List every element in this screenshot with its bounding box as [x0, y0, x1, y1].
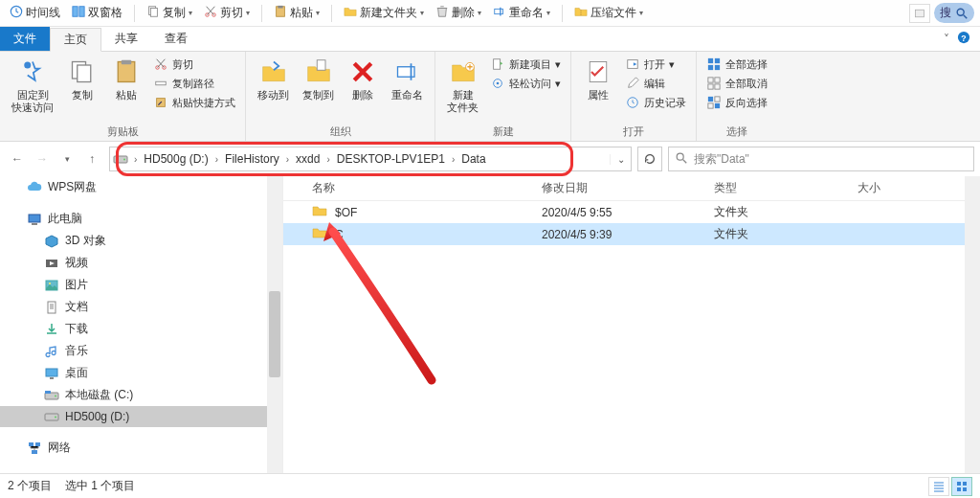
- view-details-button[interactable]: [928, 477, 949, 496]
- new-folder-button[interactable]: 新建 文件夹: [441, 54, 484, 114]
- chevron-right-icon[interactable]: ›: [131, 154, 140, 165]
- drive-icon: [44, 388, 59, 403]
- column-headers: 名称 修改日期 类型 大小: [283, 176, 980, 201]
- select-none-button[interactable]: 全部取消: [702, 75, 771, 92]
- select-all-button[interactable]: 全部选择: [702, 56, 771, 73]
- qat-dual-pane[interactable]: 双窗格: [68, 3, 126, 23]
- sidebar-3d-objects[interactable]: 3D 对象: [0, 230, 282, 252]
- up-button[interactable]: ↑: [80, 147, 103, 170]
- qat-cut[interactable]: 剪切▾: [200, 3, 254, 23]
- sidebar-local-c[interactable]: 本地磁盘 (C:): [0, 384, 282, 406]
- edit-button[interactable]: 编辑: [621, 75, 690, 92]
- history-button[interactable]: 历史记录: [621, 94, 690, 111]
- scissors-icon: [204, 5, 217, 21]
- col-type[interactable]: 类型: [714, 180, 858, 196]
- sidebar-downloads[interactable]: 下载: [0, 318, 282, 340]
- chevron-right-icon[interactable]: ›: [212, 154, 221, 165]
- col-date[interactable]: 修改日期: [542, 180, 714, 196]
- sidebar-this-pc[interactable]: 此电脑: [0, 208, 282, 230]
- sidebar-network[interactable]: 网络: [0, 437, 282, 459]
- sidebar-label: 下载: [65, 321, 88, 337]
- move-to-button[interactable]: 移动到: [252, 54, 295, 102]
- qat-new-folder[interactable]: 新建文件夹▾: [340, 3, 428, 23]
- file-row[interactable]: $OF 2020/4/5 9:55 文件夹: [283, 201, 980, 223]
- paste-icon: [111, 57, 142, 87]
- edit-icon: [625, 76, 640, 91]
- address-dropdown[interactable]: ⌄: [610, 154, 631, 165]
- refresh-button[interactable]: [637, 147, 662, 171]
- pin-quickaccess-button[interactable]: 固定到 快速访问: [6, 54, 59, 114]
- qat-timeline[interactable]: 时间线: [6, 3, 64, 23]
- qat-copy[interactable]: 复制▾: [143, 3, 196, 23]
- delete-label: 删除: [352, 89, 373, 102]
- tab-view-label: 查看: [165, 31, 188, 47]
- separator: [261, 5, 262, 22]
- sidebar-scrollbar[interactable]: [267, 176, 282, 492]
- sidebar-hd500g[interactable]: HD500g (D:): [0, 406, 282, 427]
- sidebar-music[interactable]: 音乐: [0, 340, 282, 362]
- document-icon: [44, 300, 59, 315]
- sidebar-videos[interactable]: 视频: [0, 252, 282, 274]
- sidebar-pictures[interactable]: 图片: [0, 274, 282, 296]
- svg-rect-36: [708, 78, 713, 82]
- delete-button[interactable]: 删除: [342, 54, 384, 102]
- search-box[interactable]: 搜索"Data": [668, 147, 974, 171]
- tab-view[interactable]: 查看: [151, 27, 201, 51]
- cut-button[interactable]: 剪切: [149, 56, 239, 73]
- tab-file[interactable]: 文件: [0, 27, 50, 51]
- tab-home[interactable]: 主页: [50, 28, 101, 52]
- crumb-1[interactable]: FileHistory: [221, 152, 283, 166]
- copy-button[interactable]: 复制: [61, 54, 103, 102]
- qat-delete[interactable]: 删除▾: [432, 3, 485, 23]
- clock-icon: [10, 5, 23, 21]
- qat-rename[interactable]: 重命名▾: [489, 3, 554, 23]
- chevron-right-icon[interactable]: ›: [323, 154, 332, 165]
- rename-button[interactable]: 重命名: [386, 54, 429, 102]
- qat-new-folder-label: 新建文件夹: [360, 5, 417, 21]
- qat-compress[interactable]: 压缩文件▾: [570, 3, 647, 23]
- file-row[interactable]: C 2020/4/5 9:39 文件夹: [283, 223, 980, 245]
- pc-icon: [27, 212, 42, 227]
- sidebar-wps[interactable]: WPS网盘: [0, 176, 282, 198]
- address-bar[interactable]: › HD500g (D:) › FileHistory › xxdd › DES…: [109, 147, 632, 171]
- sidebar-desktop[interactable]: 桌面: [0, 362, 282, 384]
- copy-path-button[interactable]: 复制路径: [149, 75, 239, 92]
- help-icon[interactable]: ?: [957, 31, 970, 47]
- recent-button[interactable]: ▾: [56, 147, 78, 170]
- search-icon: [675, 151, 688, 168]
- crumb-0[interactable]: HD500g (D:): [140, 152, 212, 166]
- paste-button[interactable]: 粘贴: [105, 54, 147, 102]
- crumb-label: xxdd: [296, 152, 320, 166]
- sidebar-documents[interactable]: 文档: [0, 296, 282, 318]
- svg-rect-37: [715, 78, 720, 82]
- easy-access-button[interactable]: 轻松访问 ▾: [486, 75, 565, 92]
- new-item-button[interactable]: 新建项目 ▾: [486, 56, 565, 73]
- folder-small-icon[interactable]: [909, 4, 930, 23]
- col-name[interactable]: 名称: [283, 180, 542, 196]
- file-date: 2020/4/5 9:39: [542, 228, 714, 241]
- chevron-down-icon[interactable]: ˅: [944, 33, 949, 46]
- open-button[interactable]: 打开 ▾: [621, 56, 690, 73]
- invert-selection-button[interactable]: 反向选择: [702, 94, 771, 111]
- col-size[interactable]: 大小: [858, 180, 980, 196]
- forward-button[interactable]: →: [31, 147, 54, 170]
- back-button[interactable]: ←: [6, 147, 29, 170]
- paste-shortcut-button[interactable]: 粘贴快捷方式: [149, 94, 239, 111]
- tab-share[interactable]: 共享: [101, 27, 151, 51]
- qat-paste[interactable]: 粘贴▾: [270, 3, 323, 23]
- select-none-icon: [706, 76, 722, 91]
- chevron-right-icon[interactable]: ›: [449, 154, 457, 165]
- archive-icon: [574, 5, 588, 21]
- crumb-3[interactable]: DESKTOP-LPV1EP1: [333, 152, 449, 166]
- content-scrollbar[interactable]: [965, 176, 980, 492]
- properties-button[interactable]: 属性: [577, 54, 619, 102]
- copy-to-button[interactable]: 复制到: [297, 54, 340, 102]
- crumb-2[interactable]: xxdd: [292, 152, 323, 166]
- rename-label: 重命名: [391, 89, 423, 102]
- crumb-4[interactable]: Data: [457, 152, 489, 166]
- view-icons-button[interactable]: [951, 477, 972, 496]
- navigation-pane[interactable]: WPS网盘 此电脑 3D 对象 视频 图片 文档 下载 音乐 桌面 本地磁盘 (…: [0, 176, 283, 492]
- col-label: 修改日期: [542, 181, 588, 194]
- chevron-right-icon[interactable]: ›: [283, 154, 292, 165]
- qat-search[interactable]: 搜: [934, 3, 974, 23]
